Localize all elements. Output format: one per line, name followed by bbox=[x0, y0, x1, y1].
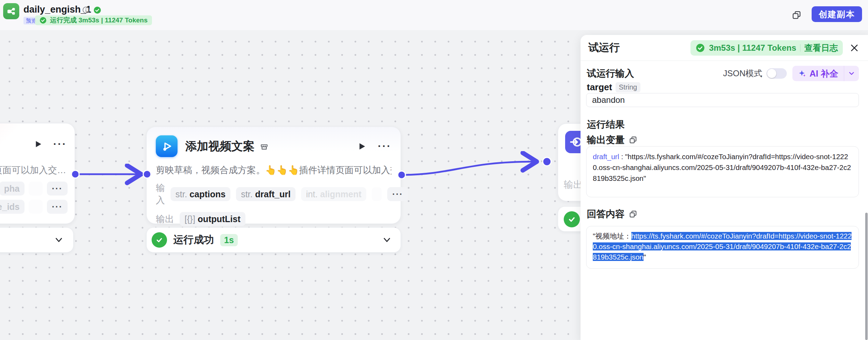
answer-suffix: " bbox=[644, 253, 646, 261]
run-duration-badge: 1s bbox=[220, 234, 238, 246]
target-input-value: abandon bbox=[592, 95, 625, 105]
ai-complete-button[interactable]: AI 补全 bbox=[792, 66, 859, 81]
run-complete-badge[interactable]: 运行完成 3m53s | 11247 Tokens bbox=[35, 15, 152, 25]
trial-input-title: 试运行输入 bbox=[587, 67, 634, 80]
answer-content-box[interactable]: "视频地址：https://ts.fyshark.com/#/cozeToJia… bbox=[586, 226, 859, 269]
ai-complete-label: AI 补全 bbox=[810, 68, 838, 79]
output-variable-label: 输出变量 bbox=[587, 134, 625, 146]
divider bbox=[800, 44, 800, 52]
node-more-icon[interactable]: ··· bbox=[53, 139, 67, 149]
chevron-down-icon[interactable] bbox=[844, 66, 859, 81]
answer-selected-text: https://ts.fyshark.com/#/cozeToJianyin?d… bbox=[593, 232, 852, 261]
panel-title: 试运行 bbox=[588, 41, 620, 55]
outputs-label: 输出 bbox=[156, 213, 174, 225]
node-description: 剪映草稿，视频合成方案。👆👆👆插件详情页面可以加入交… bbox=[156, 164, 391, 176]
input-pill-alignment[interactable]: int.alignment bbox=[301, 187, 366, 201]
run-result-title: 运行结果 bbox=[587, 118, 625, 131]
main-node-status-bar[interactable]: 运行成功 1s bbox=[146, 227, 401, 253]
run-node-icon[interactable] bbox=[357, 142, 367, 151]
output-value: "https://ts.fyshark.com/#/cozeToJianyin?… bbox=[593, 153, 851, 182]
more-params-pill[interactable]: ··· bbox=[47, 200, 68, 214]
run-stats-badge[interactable]: 3m53s | 11247 Tokens 查看日志 bbox=[690, 40, 843, 56]
input-pill-captions[interactable]: str.captions bbox=[171, 187, 230, 201]
chevron-down-icon[interactable] bbox=[382, 235, 391, 245]
more-params-pill[interactable]: ··· bbox=[47, 182, 68, 196]
output-pill-outputlist[interactable]: [{}]outputList bbox=[180, 212, 245, 226]
run-stats-text: 3m53s | 11247 Tokens bbox=[709, 43, 796, 53]
create-copy-button[interactable]: 创建副本 bbox=[812, 6, 862, 22]
param-pill-faded bbox=[29, 200, 43, 214]
workflow-title: daily_engish_1 bbox=[23, 4, 91, 15]
param-type: str. bbox=[241, 189, 252, 199]
copy-icon[interactable] bbox=[629, 136, 637, 144]
field-name: target bbox=[587, 82, 612, 93]
plugin-store-icon[interactable] bbox=[259, 142, 269, 151]
top-bar: daily_engish_1 预览中 运行完成 3m53s | 11247 To… bbox=[0, 0, 868, 30]
param-pill[interactable]: e_ids bbox=[0, 200, 25, 214]
left-node-status-bar[interactable] bbox=[0, 227, 74, 253]
success-check-icon bbox=[564, 211, 580, 227]
param-type: str. bbox=[175, 189, 187, 199]
input-pill-faded bbox=[372, 187, 382, 201]
answer-content-label: 回答内容 bbox=[587, 208, 625, 220]
run-complete-text: 运行完成 3m53s | 11247 Tokens bbox=[50, 16, 148, 25]
node-add-video-caption[interactable]: 添加视频文案 ··· 剪映草稿，视频合成方案。👆👆👆插件详情页面可以加入交… 输… bbox=[146, 127, 401, 224]
target-input[interactable]: abandon bbox=[586, 93, 859, 107]
answer-prefix: "视频地址： bbox=[593, 232, 631, 240]
workflow-editor: ··· 页面可以加入交… pha ··· e_ids ··· bbox=[0, 0, 868, 340]
copy-icon[interactable] bbox=[629, 210, 637, 218]
node-more-icon[interactable]: ··· bbox=[378, 141, 391, 151]
info-icon[interactable] bbox=[82, 6, 90, 14]
node-left-partial[interactable]: ··· 页面可以加入交… pha ··· e_ids ··· bbox=[0, 123, 75, 224]
sparkle-icon bbox=[798, 69, 806, 78]
param-name: draft_url bbox=[255, 189, 290, 199]
plugin-video-icon bbox=[156, 135, 178, 157]
success-check-icon bbox=[152, 232, 167, 248]
param-type: int. bbox=[306, 189, 318, 199]
workflow-logo-icon[interactable] bbox=[3, 3, 19, 19]
field-type-badge: String bbox=[616, 82, 640, 92]
toggle-knob bbox=[767, 69, 776, 78]
json-mode-toggle[interactable] bbox=[766, 68, 787, 79]
saved-check-icon bbox=[93, 6, 102, 14]
close-icon[interactable] bbox=[848, 42, 860, 54]
view-logs-link[interactable]: 查看日志 bbox=[804, 42, 838, 54]
output-variable-box[interactable]: draft_url : "https://ts.fyshark.com/#/co… bbox=[586, 146, 859, 197]
run-success-label: 运行成功 bbox=[173, 233, 214, 247]
chevron-down-icon[interactable] bbox=[54, 235, 63, 245]
param-name: alignment bbox=[320, 189, 361, 199]
panel-scrollbar[interactable] bbox=[865, 213, 868, 340]
more-inputs-pill[interactable]: ··· bbox=[387, 187, 408, 201]
run-node-icon[interactable] bbox=[34, 140, 43, 149]
node-description: 页面可以加入交… bbox=[0, 164, 66, 176]
param-pill-faded bbox=[29, 182, 43, 196]
duplicate-icon[interactable] bbox=[791, 9, 803, 21]
output-key: draft_url bbox=[593, 153, 619, 161]
input-pill-draft-url[interactable]: str.draft_url bbox=[236, 187, 296, 201]
output-separator: : bbox=[619, 153, 625, 161]
param-pill[interactable]: pha bbox=[0, 182, 25, 196]
param-name: outputList bbox=[198, 214, 241, 224]
node-title: 添加视频文案 bbox=[185, 139, 255, 154]
inputs-label: 输入 bbox=[156, 182, 165, 206]
trial-run-panel: 试运行 3m53s | 11247 Tokens 查看日志 试运行输入 JSON… bbox=[581, 35, 868, 340]
json-mode-label: JSON模式 bbox=[723, 68, 762, 79]
outputs-label: 输出 bbox=[564, 178, 583, 191]
param-name: captions bbox=[189, 189, 225, 199]
success-check-icon bbox=[695, 43, 705, 53]
param-type: [{}] bbox=[185, 214, 195, 224]
